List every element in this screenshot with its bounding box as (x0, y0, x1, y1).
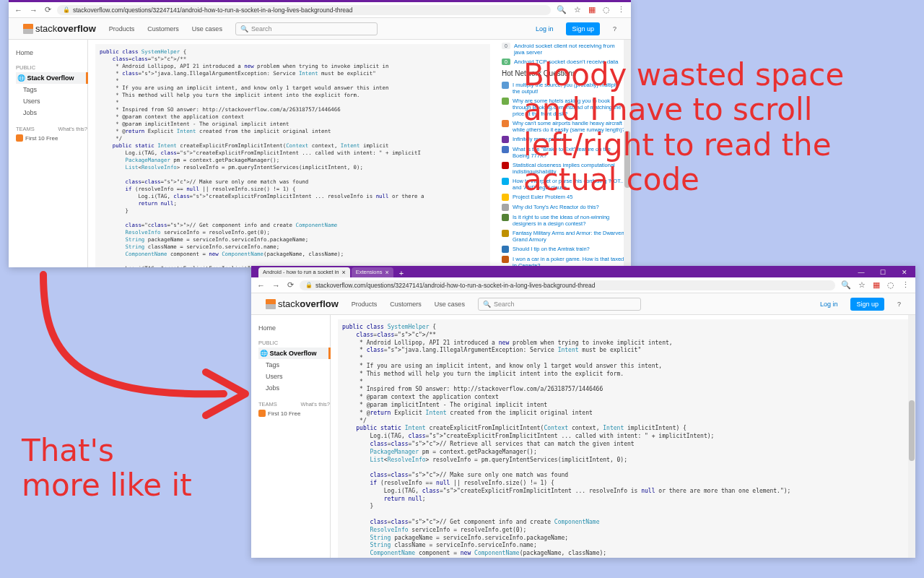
nav-products[interactable]: Products (352, 301, 378, 308)
hnq-item[interactable]: Why did Tony's Arc Reactor do this? (502, 204, 627, 211)
minimize-icon[interactable]: — (850, 267, 872, 277)
sidebar-stackoverflow[interactable]: 🌐 Stack Overflow (16, 72, 88, 84)
hnq-link[interactable]: I multiply the source, you (probably) mu… (513, 82, 627, 95)
hnq-item[interactable]: What is the "Brake to Exit" feature on t… (502, 146, 627, 159)
scrollbar[interactable] (908, 315, 915, 558)
star-icon[interactable]: ☆ (857, 280, 867, 290)
linked-question[interactable]: 0 Android socket client not receiving fr… (502, 43, 627, 56)
help-icon[interactable]: ? (897, 301, 901, 308)
login-link[interactable]: Log in (536, 25, 554, 33)
sidebar-home[interactable]: Home (258, 322, 330, 334)
hnq-link[interactable]: Project Euler Problem 45 (513, 194, 572, 201)
new-tab-icon[interactable]: + (395, 269, 408, 277)
sidebar-first10[interactable]: First 10 Free (16, 134, 87, 142)
hnq-title: Hot Network Questions (502, 69, 627, 77)
code-block[interactable]: public class SystemHelper { class=class=… (95, 44, 490, 267)
tab-title: Extensions (356, 267, 383, 277)
hnq-link[interactable]: Why did Tony's Arc Reactor do this? (513, 204, 599, 211)
hnq-item[interactable]: Should I tip on the Amtrak train? (502, 246, 627, 253)
site-icon (502, 136, 509, 143)
hnq-item[interactable]: Why are some hotels asking you to book t… (502, 98, 627, 117)
sidebar-stackoverflow[interactable]: 🌐 Stack Overflow (258, 348, 331, 359)
hnq-item[interactable]: Why can't some airports handle heavy air… (502, 120, 627, 133)
hnq-link[interactable]: How to interpret or parse this confusing… (513, 178, 627, 191)
signup-button[interactable]: Sign up (850, 298, 884, 311)
linked-question[interactable]: 0 Android TCP socket doesn't receive dat… (502, 59, 627, 65)
back-icon[interactable]: ← (13, 6, 24, 14)
so-main: public class SystemHelper { class=class=… (88, 40, 497, 267)
hnq-item[interactable]: Is it right to use the ideas of non-winn… (502, 214, 627, 227)
close-tab-icon[interactable]: × (385, 267, 388, 277)
sidebar-tags[interactable]: Tags (258, 359, 330, 371)
sidebar-tags[interactable]: Tags (16, 84, 87, 95)
url-bar[interactable]: 🔒 stackoverflow.com/questions/32247141/a… (300, 280, 835, 290)
nav-usecases[interactable]: Use cases (435, 301, 465, 308)
sidebar-home[interactable]: Home (16, 47, 87, 59)
so-search[interactable]: 🔍 Search (235, 22, 378, 35)
login-link[interactable]: Log in (820, 301, 838, 308)
sidebar-jobs[interactable]: Jobs (258, 382, 330, 394)
reload-icon[interactable]: ⟳ (286, 280, 295, 290)
search-icon[interactable]: 🔍 (840, 280, 853, 290)
maximize-icon[interactable]: ☐ (872, 267, 894, 277)
profile-icon[interactable]: ◌ (601, 5, 611, 14)
scrollbar-thumb[interactable] (624, 131, 630, 188)
help-icon[interactable]: ? (613, 25, 616, 33)
hnq-link[interactable]: Fantasy Military Arms and Armor: the Dwa… (513, 230, 627, 243)
so-search[interactable]: 🔍 Search (478, 298, 641, 311)
sidebar-whats-this[interactable]: What's this? (58, 126, 87, 132)
nav-products[interactable]: Products (109, 25, 135, 33)
star-icon[interactable]: ☆ (572, 5, 583, 14)
site-icon (502, 204, 509, 211)
close-icon[interactable]: ✕ (894, 267, 915, 277)
extension-icon[interactable]: ▦ (587, 5, 597, 14)
forward-icon[interactable]: → (28, 6, 39, 14)
forward-icon[interactable]: → (271, 281, 282, 290)
sidebar-users[interactable]: Users (258, 371, 330, 382)
browser-tab-active[interactable]: Android - how to run a socket in × (258, 267, 350, 277)
search-icon[interactable]: 🔍 (555, 5, 568, 14)
nav-usecases[interactable]: Use cases (192, 25, 222, 33)
menu-icon[interactable]: ⋮ (616, 5, 627, 14)
linked-link[interactable]: Android TCP socket doesn't receive data (514, 59, 618, 65)
hnq-item[interactable]: Project Euler Problem 45 (502, 194, 627, 201)
url-bar[interactable]: 🔒 stackoverflow.com/questions/32247141/a… (57, 5, 551, 15)
linked-link[interactable]: Android socket client not receiving from… (514, 43, 627, 56)
menu-icon[interactable]: ⋮ (900, 280, 911, 290)
hnq-item[interactable]: Statistical closeness implies computatio… (502, 162, 627, 175)
hnq-link[interactable]: Infinitely many primes (513, 136, 565, 143)
so-logo[interactable]: stackoverflow (23, 23, 96, 34)
so-main: public class SystemHelper { class=class=… (331, 315, 915, 558)
hnq-link[interactable]: Why can't some airports handle heavy air… (513, 120, 627, 133)
hnq-link[interactable]: Statistical closeness implies computatio… (513, 162, 627, 175)
browser-window-wide: Android - how to run a socket in × Exten… (251, 266, 915, 558)
nav-customers[interactable]: Customers (147, 25, 179, 33)
hnq-link[interactable]: Why are some hotels asking you to book t… (513, 98, 627, 117)
hnq-item[interactable]: I multiply the source, you (probably) mu… (502, 82, 627, 95)
browser-tab[interactable]: Extensions × (352, 267, 393, 277)
sidebar-whats-this[interactable]: What's this? (300, 401, 330, 407)
hnq-link[interactable]: Is it right to use the ideas of non-winn… (513, 214, 627, 227)
sidebar-jobs[interactable]: Jobs (16, 107, 87, 118)
close-tab-icon[interactable]: × (341, 267, 345, 277)
so-aside: 0 Android socket client not receiving fr… (497, 40, 631, 267)
hnq-item[interactable]: How to interpret or parse this confusing… (502, 178, 627, 191)
sidebar-users[interactable]: Users (16, 95, 87, 107)
back-icon[interactable]: ← (256, 281, 266, 290)
profile-icon[interactable]: ◌ (886, 280, 896, 290)
sidebar-first10[interactable]: First 10 Free (258, 410, 330, 417)
reload-icon[interactable]: ⟳ (43, 5, 53, 14)
scrollbar[interactable] (624, 40, 631, 267)
so-header: stackoverflow Products Customers Use cas… (251, 293, 915, 315)
hnq-link[interactable]: Should I tip on the Amtrak train? (513, 246, 590, 253)
hnq-item[interactable]: Infinitely many primes (502, 136, 627, 143)
extension-icon[interactable]: ▦ (871, 280, 881, 290)
code-block[interactable]: public class SystemHelper { class=class=… (338, 319, 908, 558)
scrollbar-thumb[interactable] (909, 400, 915, 461)
so-logo-icon (266, 299, 276, 309)
hnq-item[interactable]: Fantasy Military Arms and Armor: the Dwa… (502, 230, 627, 243)
hnq-link[interactable]: What is the "Brake to Exit" feature on t… (513, 146, 627, 159)
nav-customers[interactable]: Customers (390, 301, 422, 308)
so-logo[interactable]: stackoverflow (266, 298, 339, 309)
signup-button[interactable]: Sign up (566, 22, 600, 35)
